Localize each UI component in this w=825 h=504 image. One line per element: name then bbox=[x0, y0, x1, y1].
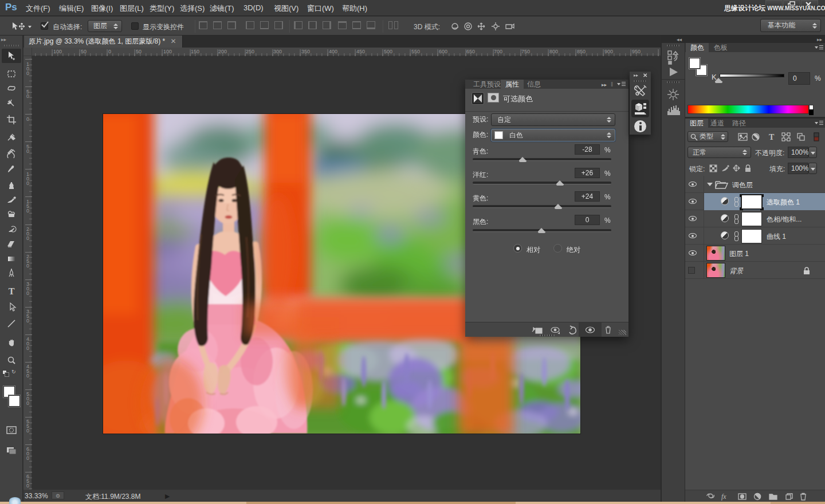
svg-text:T: T bbox=[769, 133, 775, 141]
svg-text:fx: fx bbox=[721, 493, 726, 501]
